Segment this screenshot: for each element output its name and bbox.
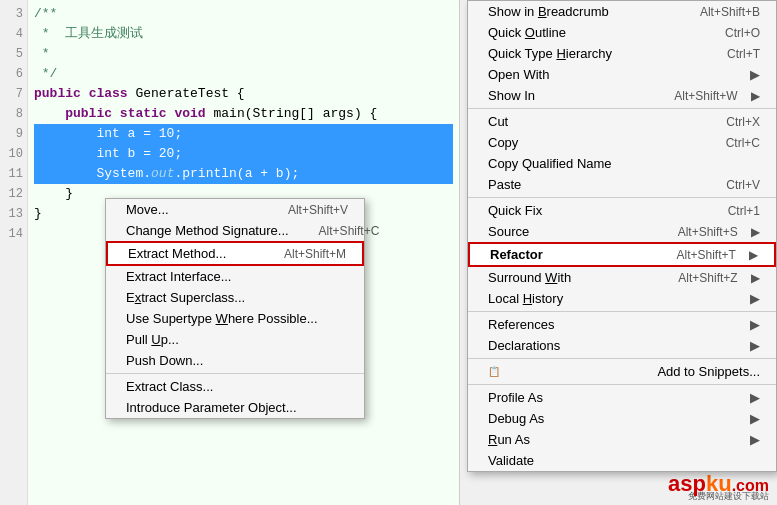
separator-2 [468,197,776,198]
menu-copy[interactable]: Copy Ctrl+C [468,132,776,153]
code-line-10: int b = 20; [34,144,453,164]
line-num-13: 13 [0,204,27,224]
snippets-icon: 📋 [488,366,504,377]
line-num-10: 10 [0,144,27,164]
menu-run-as[interactable]: Run As ▶ [468,429,776,450]
menu-quick-type-hierarchy[interactable]: Quick Type Hierarchy Ctrl+T [468,43,776,64]
separator-left-1 [106,373,364,374]
line-num-11: 11 [0,164,27,184]
menu-extract-class[interactable]: Extract Class... [106,376,364,397]
menu-open-with[interactable]: Open With ▶ [468,64,776,85]
menu-references[interactable]: References ▶ [468,314,776,335]
code-line-11: System.out.println(a + b); [34,164,453,184]
menu-source[interactable]: Source Alt+Shift+S ▶ [468,221,776,242]
line-num-12: 12 [0,184,27,204]
menu-refactor[interactable]: Refactor Alt+Shift+T ▶ [468,242,776,267]
line-numbers: 3 4 5 6 7 8 9 10 11 12 13 14 [0,0,28,505]
menu-extract-superclass[interactable]: Extract Superclass... [106,287,364,308]
menu-quick-fix[interactable]: Quick Fix Ctrl+1 [468,200,776,221]
menu-validate[interactable]: Validate [468,450,776,471]
line-num-8: 8 [0,104,27,124]
menu-quick-outline[interactable]: Quick Outline Ctrl+O [468,22,776,43]
code-line-8: public static void main(String[] args) { [34,104,453,124]
menu-declarations[interactable]: Declarations ▶ [468,335,776,356]
separator-3 [468,311,776,312]
menu-show-in[interactable]: Show In Alt+Shift+W ▶ [468,85,776,106]
menu-copy-qualified-name[interactable]: Copy Qualified Name [468,153,776,174]
line-num-4: 4 [0,24,27,44]
menu-cut[interactable]: Cut Ctrl+X [468,111,776,132]
code-line-7: public class GenerateTest { [34,84,453,104]
menu-move[interactable]: Move... Alt+Shift+V [106,199,364,220]
menu-extract-interface[interactable]: Extract Interface... [106,266,364,287]
code-line-3: /** [34,4,453,24]
separator-4 [468,358,776,359]
separator-5 [468,384,776,385]
code-line-6: */ [34,64,453,84]
watermark: aspku.com [668,471,769,497]
menu-show-breadcrumb[interactable]: Show in Breadcrumb Alt+Shift+B [468,1,776,22]
line-num-14: 14 [0,224,27,244]
menu-use-supertype[interactable]: Use Supertype Where Possible... [106,308,364,329]
menu-surround-with[interactable]: Surround With Alt+Shift+Z ▶ [468,267,776,288]
line-num-7: 7 [0,84,27,104]
menu-paste[interactable]: Paste Ctrl+V [468,174,776,195]
menu-change-method-signature[interactable]: Change Method Signature... Alt+Shift+C [106,220,364,241]
menu-profile-as[interactable]: Profile As ▶ [468,387,776,408]
line-num-6: 6 [0,64,27,84]
menu-extract-method[interactable]: Extract Method... Alt+Shift+M [106,241,364,266]
code-line-9: int a = 10; [34,124,453,144]
line-num-5: 5 [0,44,27,64]
code-line-4: * 工具生成测试 [34,24,453,44]
menu-add-to-snippets[interactable]: 📋 Add to Snippets... [468,361,776,382]
menu-pull-up[interactable]: Pull Up... [106,329,364,350]
separator-1 [468,108,776,109]
menu-local-history[interactable]: Local History ▶ [468,288,776,309]
line-num-9: 9 [0,124,27,144]
menu-debug-as[interactable]: Debug As ▶ [468,408,776,429]
right-context-menu: Show in Breadcrumb Alt+Shift+B Quick Out… [467,0,777,472]
refactor-submenu: Move... Alt+Shift+V Change Method Signat… [105,198,365,419]
menu-push-down[interactable]: Push Down... [106,350,364,371]
code-line-5: * [34,44,453,64]
line-num-3: 3 [0,4,27,24]
menu-introduce-parameter-object[interactable]: Introduce Parameter Object... [106,397,364,418]
